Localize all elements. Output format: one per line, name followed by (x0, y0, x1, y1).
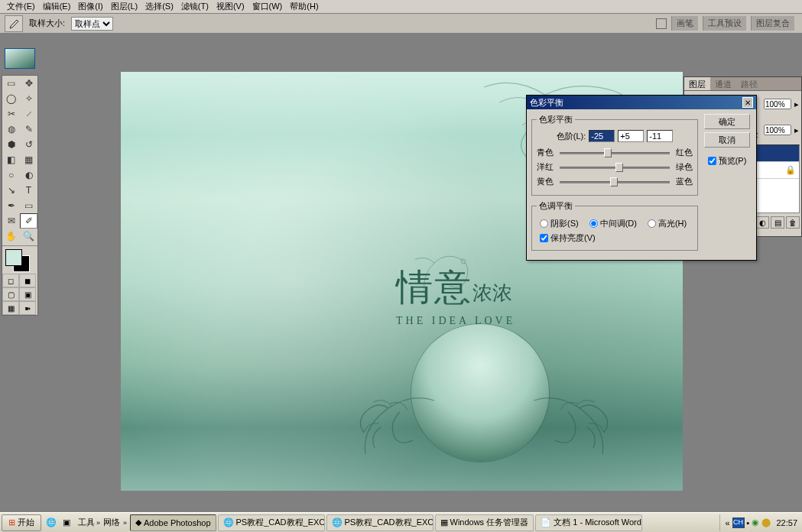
menu-edit[interactable]: 编辑(E) (39, 0, 75, 14)
ie-icon: 🌐 (332, 517, 343, 527)
tool-dodge[interactable]: ◐ (20, 167, 37, 183)
menu-image[interactable]: 图像(I) (74, 0, 106, 14)
dialog-close-button[interactable]: ✕ (742, 97, 753, 108)
tool-type[interactable]: T (20, 183, 37, 198)
cyan-red-slider[interactable] (560, 148, 670, 158)
ok-button[interactable]: 确定 (704, 114, 750, 129)
tool-move[interactable]: ✥ (20, 76, 37, 91)
palette-toggle-icon[interactable] (656, 18, 667, 29)
tab-channels[interactable]: 通道 (710, 77, 736, 90)
magenta-green-value[interactable] (618, 130, 644, 142)
tool-slice[interactable]: ⟋ (20, 106, 37, 122)
sample-size-label: 取样大小: (29, 18, 65, 29)
tool-history[interactable]: ↺ (20, 137, 37, 152)
shadows-radio[interactable]: 阴影(S) (540, 218, 579, 229)
menu-select[interactable]: 选择(S) (141, 0, 177, 14)
menu-help[interactable]: 帮助(H) (286, 0, 322, 14)
yellow-blue-value[interactable] (647, 130, 673, 142)
tool-pen[interactable]: ✒ (2, 198, 20, 213)
quickmask-on[interactable]: ◼ (19, 274, 36, 287)
toolbar-label-2[interactable]: 网络 (103, 517, 120, 528)
current-tool-icon[interactable] (5, 15, 23, 32)
navigator-thumb[interactable] (5, 48, 35, 69)
task-word[interactable]: 📄文档 1 - Microsoft Word (535, 514, 642, 531)
color-swatches[interactable] (2, 248, 37, 274)
tab-paths[interactable]: 路径 (736, 77, 762, 90)
opacity-field[interactable] (764, 99, 791, 109)
taskmgr-icon: ▦ (440, 517, 448, 527)
tool-crop[interactable]: ✂ (2, 106, 20, 122)
tool-zoom[interactable]: 🔍 (20, 229, 37, 244)
tool-shape[interactable]: ▭ (20, 198, 37, 213)
tab-layers[interactable]: 图层 (684, 77, 710, 90)
layer-adjust-button[interactable]: ◐ (755, 216, 769, 229)
midtones-radio[interactable]: 中间调(D) (589, 218, 637, 229)
language-indicator[interactable]: CH (732, 517, 745, 528)
tray-expand-icon[interactable]: « (725, 518, 729, 527)
ql-desktop-icon[interactable]: ▣ (60, 515, 73, 530)
ql-ie-icon[interactable]: 🌐 (44, 515, 58, 530)
jump-to[interactable]: ➽ (19, 301, 36, 315)
tool-lasso[interactable]: ◯ (2, 91, 20, 106)
menu-file[interactable]: 文件(E) (3, 0, 39, 14)
task-photoshop[interactable]: ◆Adobe Photoshop (130, 514, 216, 531)
docked-tab-brushes[interactable]: 画笔 (671, 16, 698, 31)
lock-icon: 🔒 (785, 165, 796, 175)
screenmode-3[interactable]: ▦ (2, 301, 19, 315)
tool-brush[interactable]: ✎ (20, 122, 37, 137)
tray-icon-3[interactable]: ⬤ (761, 517, 771, 527)
fg-color-swatch[interactable] (5, 249, 22, 266)
quickmask-off[interactable]: ◻ (2, 274, 19, 287)
tool-eraser[interactable]: ◧ (2, 152, 20, 167)
menu-filter[interactable]: 滤镜(T) (177, 0, 213, 14)
levels-label: 色阶(L): (557, 131, 586, 142)
tool-heal[interactable]: ◍ (2, 122, 20, 137)
tool-eyedropper[interactable]: ✐ (20, 213, 37, 229)
tool-notes[interactable]: ✉ (2, 213, 20, 229)
preview-checkbox[interactable]: 预览(P) (708, 155, 747, 167)
task-browser-2[interactable]: 🌐PS教程_CAD教程_EXCE... (326, 514, 433, 531)
yellow-blue-slider[interactable] (560, 177, 670, 187)
dialog-titlebar[interactable]: 色彩平衡 ✕ (527, 96, 756, 109)
tray-icon-1[interactable]: ▪ (747, 518, 750, 527)
magenta-green-slider[interactable] (560, 162, 670, 173)
tray-icon-2[interactable]: ◉ (752, 517, 759, 527)
tool-hand[interactable]: ✋ (2, 229, 20, 244)
tool-stamp[interactable]: ⬢ (2, 137, 20, 152)
system-tray[interactable]: « CH ▪ ◉ ⬤ 22:57 (719, 514, 802, 531)
screenmode-2[interactable]: ▣ (19, 287, 36, 301)
tool-path[interactable]: ↘ (2, 183, 20, 198)
fill-field[interactable] (764, 125, 791, 135)
clock[interactable]: 22:57 (776, 518, 797, 527)
layer-delete-button[interactable]: 🗑 (786, 216, 800, 229)
menu-view[interactable]: 视图(V) (213, 0, 248, 14)
tool-marquee[interactable]: ▭ (2, 76, 20, 91)
screenmode-1[interactable]: ▢ (2, 287, 19, 301)
opacity-arrow-icon[interactable]: ▸ (794, 99, 799, 109)
start-button[interactable]: ⊞ 开始 (2, 514, 41, 531)
docked-tab-presets[interactable]: 工具预设 (703, 16, 746, 31)
blue-label: 蓝色 (673, 176, 693, 187)
group-label: 色彩平衡 (537, 114, 575, 125)
layer-new-button[interactable]: ▤ (771, 216, 784, 229)
eyedropper-icon (8, 18, 20, 29)
cancel-button[interactable]: 取消 (704, 132, 750, 148)
yellow-label: 黄色 (537, 176, 557, 187)
word-icon: 📄 (541, 517, 551, 527)
cyan-red-value[interactable] (589, 130, 615, 142)
red-label: 红色 (673, 147, 693, 158)
tool-wand[interactable]: ✧ (20, 91, 37, 106)
preserve-lum-checkbox[interactable]: 保持亮度(V) (537, 231, 693, 245)
fill-arrow-icon[interactable]: ▸ (794, 125, 799, 135)
docked-tab-comps[interactable]: 图层复合 (751, 16, 794, 31)
highlights-radio[interactable]: 高光(H) (648, 218, 687, 229)
menu-layer[interactable]: 图层(L) (107, 0, 141, 14)
toolbar-label-1[interactable]: 工具 (78, 517, 95, 528)
menu-window[interactable]: 窗口(W) (248, 0, 287, 14)
sample-size-select[interactable]: 取样点 (71, 17, 113, 31)
tool-gradient[interactable]: ▦ (20, 152, 37, 167)
task-taskmgr[interactable]: ▦Windows 任务管理器 (435, 514, 534, 531)
toolbox: ▭ ✥ ◯ ✧ ✂ ⟋ ◍ ✎ ⬢ ↺ ◧ ▦ ○ ◐ ↘ T ✒ ▭ ✉ ✐ … (2, 75, 38, 316)
tool-blur[interactable]: ○ (2, 167, 20, 183)
task-browser-1[interactable]: 🌐PS教程_CAD教程_EXCE... (218, 514, 325, 531)
